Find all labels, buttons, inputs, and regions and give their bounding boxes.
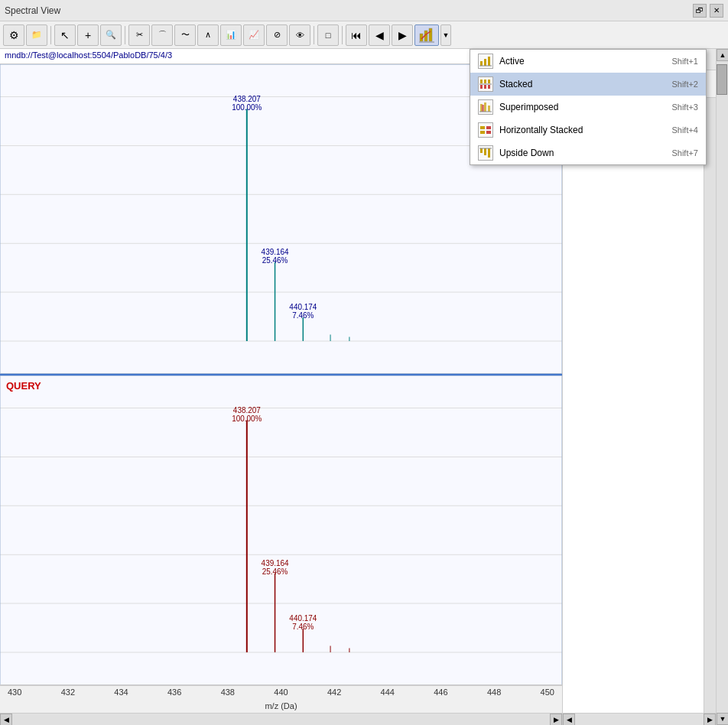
toolbar-separator-1 <box>50 26 51 44</box>
horizontally-stacked-label: Horizontally Stacked <box>499 125 665 135</box>
x-tick-438: 438 <box>221 688 235 697</box>
h-scrollbar: ◀ ▶ <box>0 713 562 725</box>
svg-rect-60 <box>486 126 491 129</box>
toolbar-separator-2 <box>125 26 125 44</box>
save-button[interactable]: 📁 <box>26 24 47 46</box>
upside-down-label: Upside Down <box>499 148 665 158</box>
scroll-down-button[interactable]: ▼ <box>717 713 728 725</box>
scores-hscrollbar: ◀ ▶ <box>563 713 716 725</box>
tool8-button[interactable]: 👁 <box>289 24 310 46</box>
svg-rect-49 <box>480 85 483 89</box>
svg-rect-23 <box>0 376 562 685</box>
scroll-up-button[interactable]: ▲ <box>717 49 728 61</box>
svg-rect-47 <box>484 80 486 83</box>
dropdown-item-horizontally-stacked[interactable]: Horizontally Stacked Shift+4 <box>470 119 706 141</box>
title-bar-controls: 🗗 ✕ <box>693 4 723 18</box>
svg-text:100.00%: 100.00% <box>232 102 262 111</box>
svg-rect-61 <box>486 131 491 134</box>
svg-rect-50 <box>484 85 486 89</box>
active-shortcut: Shift+1 <box>671 57 698 66</box>
dropdown-item-stacked[interactable]: Stacked Shift+2 <box>470 73 706 96</box>
zoom-button[interactable]: 🔍 <box>100 24 122 46</box>
active-label: Active <box>499 56 665 67</box>
svg-rect-63 <box>484 148 486 155</box>
scores-scroll-left[interactable]: ◀ <box>563 714 575 725</box>
scroll-thumb[interactable] <box>717 64 727 95</box>
dropdown-item-upside-down[interactable]: Upside Down Shift+7 <box>470 141 706 164</box>
prev-button[interactable]: ◀ <box>369 24 390 46</box>
x-tick-450: 450 <box>541 688 554 697</box>
stacked-icon <box>478 76 493 92</box>
square-button[interactable]: □ <box>317 24 339 46</box>
scroll-right-button[interactable]: ▶ <box>550 714 562 726</box>
title-bar: Spectral View 🗗 ✕ <box>0 0 728 21</box>
select-tool-button[interactable]: ↖ <box>54 24 76 46</box>
svg-rect-43 <box>484 59 486 66</box>
close-button[interactable]: ✕ <box>710 4 723 18</box>
svg-rect-46 <box>480 80 483 83</box>
x-axis: 430 432 434 436 438 440 442 444 446 448 … <box>0 685 562 713</box>
superimposed-label: Superimposed <box>499 102 665 112</box>
svg-rect-48 <box>488 80 490 83</box>
horizontally-stacked-icon <box>478 122 493 138</box>
superimposed-icon <box>478 99 493 115</box>
tool3-button[interactable]: 〜 <box>174 24 196 46</box>
dropdown-item-active[interactable]: Active Shift+1 <box>470 50 706 73</box>
query-label: QUERY <box>6 380 41 392</box>
view-mode-button[interactable] <box>414 24 439 46</box>
svg-text:7.46%: 7.46% <box>292 311 314 320</box>
svg-text:25.46%: 25.46% <box>262 255 288 264</box>
x-tick-434: 434 <box>114 688 128 697</box>
bottom-chart-panel: QUERY 438.207 100.00% <box>0 376 562 686</box>
x-tick-430: 430 <box>8 688 21 697</box>
tool6-button[interactable]: 📈 <box>243 24 265 46</box>
svg-text:25.46%: 25.46% <box>262 567 288 575</box>
main-toolbar: ⚙ 📁 ↖ + 🔍 ✂ ⌒ 〜 ∧ 📊 📈 ⊘ 👁 □ ⏮ ◀ ▶ ▼ <box>0 21 728 49</box>
settings-button[interactable]: ⚙ <box>3 24 24 46</box>
x-tick-444: 444 <box>381 688 395 697</box>
tool5-button[interactable]: 📊 <box>220 24 242 46</box>
upside-down-shortcut: Shift+7 <box>671 148 698 158</box>
x-tick-442: 442 <box>327 688 341 697</box>
x-ticks: 430 432 434 436 438 440 442 444 446 448 … <box>0 686 562 700</box>
restore-button[interactable]: 🗗 <box>693 4 707 18</box>
scores-vscrollbar[interactable] <box>704 98 716 713</box>
tool1-button[interactable]: ✂ <box>128 24 150 46</box>
tool7-button[interactable]: ⊘ <box>266 24 288 46</box>
next-button[interactable]: ▶ <box>392 24 413 46</box>
svg-rect-62 <box>480 148 483 153</box>
svg-rect-51 <box>488 85 490 89</box>
tool4-button[interactable]: ∧ <box>197 24 219 46</box>
window-title: Spectral View <box>5 5 60 16</box>
x-axis-label: m/z (Da) <box>0 700 562 712</box>
svg-rect-58 <box>480 126 485 129</box>
svg-text:7.46%: 7.46% <box>292 622 314 630</box>
tool2-button[interactable]: ⌒ <box>151 24 173 46</box>
scroll-track[interactable] <box>717 61 728 713</box>
svg-rect-55 <box>488 106 490 112</box>
svg-rect-42 <box>480 61 483 66</box>
svg-rect-59 <box>480 131 485 134</box>
x-tick-446: 446 <box>434 688 447 697</box>
scroll-left-button[interactable]: ◀ <box>0 714 12 726</box>
svg-rect-44 <box>488 57 490 66</box>
svg-text:100.00%: 100.00% <box>232 414 262 422</box>
prev-prev-button[interactable]: ⏮ <box>346 24 367 46</box>
x-tick-432: 432 <box>61 688 75 697</box>
stacked-shortcut: Shift+2 <box>671 80 698 89</box>
x-tick-448: 448 <box>487 688 501 697</box>
x-tick-436: 436 <box>167 688 181 697</box>
toolbar-separator-4 <box>342 26 343 44</box>
scores-scroll-right[interactable]: ▶ <box>704 714 716 725</box>
dropdown-arrow-button[interactable]: ▼ <box>440 24 451 46</box>
main-vscrollbar: ▲ ▼ <box>716 49 728 725</box>
bottom-chart-svg: 438.207 100.00% 439.164 25.46% 440.174 7… <box>0 376 562 685</box>
upside-down-icon <box>478 145 493 161</box>
svg-rect-54 <box>484 102 486 112</box>
active-icon <box>478 54 493 69</box>
dropdown-item-superimposed[interactable]: Superimposed Shift+3 <box>470 96 706 119</box>
svg-rect-64 <box>488 148 490 158</box>
toolbar-separator-3 <box>314 26 314 44</box>
add-button[interactable]: + <box>77 24 99 46</box>
view-mode-dropdown: Active Shift+1 Stacked Shift+2 <box>470 49 707 165</box>
